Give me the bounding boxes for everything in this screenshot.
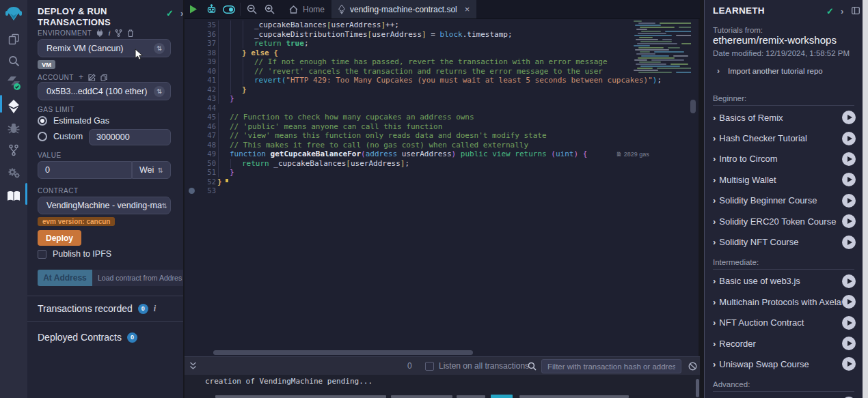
deployed-contracts-row[interactable]: Deployed Contracts 0 [38,332,137,343]
tutorial-item-basics-of-remix[interactable]: ›Basics of Remix [705,107,863,128]
file-explorer-icon[interactable] [0,29,27,49]
code-line[interactable]: 47// 'view' means this function only rea… [185,131,663,141]
code-line[interactable]: 45// Function to check how many cupcakes… [185,113,663,122]
gutter-line-number[interactable]: 50 [185,159,216,169]
gutter-line-number[interactable]: 38 [185,48,216,58]
code-line[interactable]: 52} [185,177,663,187]
code-line[interactable]: 42} [185,85,663,95]
play-tutorial-button[interactable] [842,152,856,166]
play-tutorial-button[interactable] [842,194,856,208]
tutorial-item-solidity-beginner-course[interactable]: ›Solidity Beginner Course [705,190,863,211]
terminal-vertical-scrollbar[interactable] [696,379,699,397]
trash-icon[interactable] [127,29,134,37]
gutter-line-number[interactable]: 39 [185,57,216,67]
tutorial-item-intro-to-circom[interactable]: ›Intro to Circom [705,149,863,169]
tutorial-item-uniswap-swap-course[interactable]: ›Uniswap Swap Course [705,354,863,374]
code-line[interactable]: 53 [185,186,663,196]
play-tutorial-button[interactable] [842,337,856,350]
breakpoint-dot[interactable] [189,188,195,194]
ai-copilot-robot-icon[interactable] [202,0,220,18]
gutter-line-number[interactable]: 37 [185,39,216,48]
publish-ipfs-option[interactable]: Publish to IPFS [38,249,111,259]
zoom-in-icon[interactable] [260,0,278,18]
expand-terminal-chevrons-icon[interactable] [185,362,201,370]
listen-all-checkbox[interactable] [425,362,434,371]
zoom-out-icon[interactable] [243,0,260,18]
code-line[interactable]: 40// 'revert' cancels the transaction an… [185,67,663,76]
gutter-line-number[interactable]: 36 [185,30,216,40]
gutter-line-number[interactable]: 41 [185,76,216,85]
code-line[interactable]: 41revert("HTTP 429: Too Many Cupcakes (y… [185,76,663,85]
gutter-line-number[interactable]: 44 [185,104,216,113]
play-tutorial-button[interactable] [842,173,856,186]
code-line[interactable]: 35_cupcakeBalances[userAddress]++; [185,20,663,30]
environment-select[interactable]: Remix VM (Cancun) ⇅ [38,39,171,57]
code-line[interactable]: 36_cupcakeDistributionTimes[userAddress]… [185,30,663,40]
code-line[interactable]: 43} [185,94,663,104]
gutter-line-number[interactable]: 35 [185,20,216,30]
account-select[interactable]: 0x5B3...eddC4 (100 ether) ⇅ [38,82,171,100]
play-tutorial-button[interactable] [842,214,856,228]
play-tutorial-button[interactable] [842,274,856,288]
tutorial-item-hash-checker-tutorial[interactable]: ›Hash Checker Tutorial [705,128,863,148]
gutter-line-number[interactable]: 47 [185,131,216,141]
value-input[interactable]: 0 [38,161,132,179]
contract-select[interactable]: VendingMachine - vending-machin ⇅ [38,197,171,214]
editor-horizontal-scrollbar[interactable] [213,350,473,355]
play-tutorial-button[interactable] [842,316,856,330]
code-line[interactable]: 51} [185,168,663,177]
play-tutorial-button[interactable] [842,357,856,371]
at-address-button[interactable]: At Address [38,270,92,286]
deploy-and-run-icon[interactable] [0,96,27,117]
at-address-input[interactable]: Load contract from Addres [92,270,198,286]
remix-logo-icon[interactable] [0,3,27,26]
code-line[interactable]: 44 [185,104,663,113]
copy-account-icon[interactable] [100,74,107,81]
custom-gas-input[interactable]: 3000000 [89,129,171,145]
learneth-chevron-icon[interactable]: › [841,6,843,16]
fork-icon[interactable] [115,29,122,37]
tutorial-item-nft-auction-contract[interactable]: ›NFT Auction Contract [705,313,863,333]
code-line[interactable]: 49function getCupcakeBalanceFor(address … [185,150,663,159]
debugger-icon[interactable] [0,118,27,139]
add-account-icon[interactable]: + [79,72,83,82]
code-editor[interactable]: 35_cupcakeBalances[userAddress]++;36_cup… [185,20,663,196]
publish-ipfs-checkbox[interactable] [38,250,46,259]
gutter-line-number[interactable]: 51 [185,168,216,177]
gutter-line-number[interactable]: 45 [185,113,216,122]
terminal-filter-input[interactable] [541,359,681,373]
search-icon[interactable] [0,51,27,71]
deploy-button[interactable]: Deploy [38,230,81,246]
custom-gas-option[interactable]: Custom [38,132,83,141]
gutter-line-number[interactable]: 42 [185,85,216,95]
tutorial-item-multichain-protocols-with-axelar[interactable]: ›Multichain Protocols with Axelar [705,292,863,312]
gutter-line-number[interactable]: 48 [185,141,216,150]
learneth-split-view-icon[interactable] [852,6,860,16]
estimated-gas-radio[interactable] [38,116,47,126]
tutorial-item-basic-use-of-web3-js[interactable]: ›Basic use of web3.js [705,271,863,292]
tutorial-item-recorder[interactable]: ›Recorder [705,333,863,354]
code-line[interactable]: 38} else { [185,48,663,58]
play-tutorial-button[interactable] [842,295,856,309]
learneth-book-icon[interactable] [0,186,27,206]
play-tutorial-button[interactable] [842,236,856,249]
code-line[interactable]: 50return _cupcakeBalances[userAddress]; [185,159,663,169]
clear-terminal-icon[interactable] [688,361,697,373]
right-scrollbar-track[interactable] [863,0,868,398]
terminal-search-icon[interactable] [528,361,537,373]
solidity-compiler-icon[interactable] [0,73,27,94]
custom-gas-radio[interactable] [38,132,47,141]
git-branch-icon[interactable] [0,140,27,160]
tab-home[interactable]: Home [282,0,331,18]
import-repo-row[interactable]: › Import another tutorial repo [717,66,823,76]
play-tutorial-button[interactable] [842,132,856,145]
close-tab-icon[interactable]: × [465,4,470,14]
copilot-toggle-on-icon[interactable] [220,0,238,18]
gutter-line-number[interactable]: 49 [185,150,216,159]
gutter-line-number[interactable]: 40 [185,67,216,76]
tutorial-item-solidity-erc20-token-course[interactable]: ›Solidity ERC20 Token Course [705,211,863,231]
value-unit-select[interactable]: Wei ⇅ [132,161,171,179]
editor-minimap[interactable] [632,20,691,75]
tutorial-item-multisig-wallet[interactable]: ›Multisig Wallet [705,169,863,190]
debug-button-partial[interactable] [491,395,513,398]
